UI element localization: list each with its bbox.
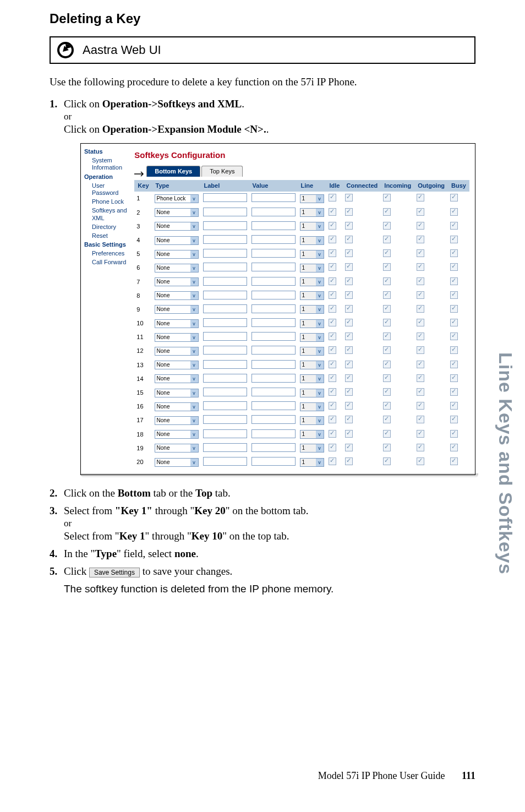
value-input[interactable]	[251, 277, 296, 286]
incoming-checkbox[interactable]	[383, 388, 391, 396]
busy-checkbox[interactable]	[450, 402, 458, 410]
label-input[interactable]	[203, 429, 247, 438]
line-select[interactable]: 1v	[300, 389, 324, 397]
busy-checkbox[interactable]	[450, 374, 458, 382]
busy-checkbox[interactable]	[450, 305, 458, 313]
line-select[interactable]: 1v	[300, 194, 324, 203]
type-select[interactable]: Nonev	[155, 264, 199, 273]
connected-checkbox[interactable]	[345, 402, 353, 410]
connected-checkbox[interactable]	[345, 346, 353, 354]
incoming-checkbox[interactable]	[383, 374, 391, 382]
connected-checkbox[interactable]	[345, 208, 353, 216]
outgoing-checkbox[interactable]	[417, 277, 424, 285]
idle-checkbox[interactable]	[329, 430, 336, 438]
label-input[interactable]	[203, 388, 247, 396]
outgoing-checkbox[interactable]	[417, 402, 424, 410]
idle-checkbox[interactable]	[329, 361, 336, 368]
value-input[interactable]	[251, 318, 296, 327]
label-input[interactable]	[203, 443, 247, 452]
label-input[interactable]	[203, 304, 247, 313]
busy-checkbox[interactable]	[450, 319, 458, 326]
incoming-checkbox[interactable]	[383, 430, 391, 438]
incoming-checkbox[interactable]	[383, 361, 391, 368]
type-select[interactable]: Nonev	[155, 361, 199, 369]
value-input[interactable]	[251, 443, 296, 452]
line-select[interactable]: 1v	[300, 291, 324, 300]
incoming-checkbox[interactable]	[383, 457, 391, 465]
idle-checkbox[interactable]	[329, 333, 336, 340]
busy-checkbox[interactable]	[450, 333, 458, 340]
incoming-checkbox[interactable]	[383, 249, 391, 257]
nav-phone-lock[interactable]: Phone Lock	[84, 198, 129, 205]
label-input[interactable]	[203, 318, 247, 327]
label-input[interactable]	[203, 346, 247, 355]
label-input[interactable]	[203, 193, 247, 202]
connected-checkbox[interactable]	[345, 249, 353, 257]
tab-bottom-keys[interactable]: Bottom Keys	[146, 166, 200, 177]
outgoing-checkbox[interactable]	[417, 194, 424, 201]
connected-checkbox[interactable]	[345, 319, 353, 326]
value-input[interactable]	[251, 249, 296, 258]
outgoing-checkbox[interactable]	[417, 361, 424, 368]
label-input[interactable]	[203, 415, 247, 424]
type-select[interactable]: Nonev	[155, 319, 199, 328]
incoming-checkbox[interactable]	[383, 194, 391, 201]
outgoing-checkbox[interactable]	[417, 291, 424, 299]
idle-checkbox[interactable]	[329, 249, 336, 257]
type-select[interactable]: Nonev	[155, 305, 199, 314]
idle-checkbox[interactable]	[329, 277, 336, 285]
outgoing-checkbox[interactable]	[417, 236, 424, 243]
outgoing-checkbox[interactable]	[417, 444, 424, 451]
value-input[interactable]	[251, 208, 296, 216]
connected-checkbox[interactable]	[345, 291, 353, 299]
incoming-checkbox[interactable]	[383, 305, 391, 313]
value-input[interactable]	[251, 457, 296, 466]
nav-call-forward[interactable]: Call Forward	[84, 259, 129, 266]
busy-checkbox[interactable]	[450, 361, 458, 368]
idle-checkbox[interactable]	[329, 444, 336, 451]
connected-checkbox[interactable]	[345, 457, 353, 465]
outgoing-checkbox[interactable]	[417, 249, 424, 257]
value-input[interactable]	[251, 388, 296, 396]
idle-checkbox[interactable]	[329, 374, 336, 382]
line-select[interactable]: 1v	[300, 402, 324, 411]
connected-checkbox[interactable]	[345, 416, 353, 423]
value-input[interactable]	[251, 360, 296, 369]
busy-checkbox[interactable]	[450, 277, 458, 285]
label-input[interactable]	[203, 374, 247, 383]
line-select[interactable]: 1v	[300, 374, 324, 383]
incoming-checkbox[interactable]	[383, 444, 391, 451]
type-select[interactable]: Nonev	[155, 291, 199, 300]
type-select[interactable]: Nonev	[155, 277, 199, 286]
line-select[interactable]: 1v	[300, 277, 324, 286]
outgoing-checkbox[interactable]	[417, 457, 424, 465]
label-input[interactable]	[203, 332, 247, 341]
label-input[interactable]	[203, 263, 247, 271]
line-select[interactable]: 1v	[300, 250, 324, 259]
value-input[interactable]	[251, 346, 296, 355]
outgoing-checkbox[interactable]	[417, 305, 424, 313]
incoming-checkbox[interactable]	[383, 236, 391, 243]
busy-checkbox[interactable]	[450, 236, 458, 243]
outgoing-checkbox[interactable]	[417, 416, 424, 423]
connected-checkbox[interactable]	[345, 263, 353, 271]
connected-checkbox[interactable]	[345, 388, 353, 396]
label-input[interactable]	[203, 360, 247, 369]
label-input[interactable]	[203, 291, 247, 299]
value-input[interactable]	[251, 235, 296, 244]
save-settings-button[interactable]: Save Settings	[89, 568, 140, 577]
idle-checkbox[interactable]	[329, 305, 336, 313]
incoming-checkbox[interactable]	[383, 277, 391, 285]
type-select[interactable]: Nonev	[155, 250, 199, 259]
incoming-checkbox[interactable]	[383, 263, 391, 271]
idle-checkbox[interactable]	[329, 236, 336, 243]
label-input[interactable]	[203, 277, 247, 286]
line-select[interactable]: 1v	[300, 458, 324, 467]
busy-checkbox[interactable]	[450, 208, 458, 216]
connected-checkbox[interactable]	[345, 277, 353, 285]
nav-preferences[interactable]: Preferences	[84, 250, 129, 257]
outgoing-checkbox[interactable]	[417, 319, 424, 326]
incoming-checkbox[interactable]	[383, 208, 391, 216]
label-input[interactable]	[203, 457, 247, 466]
idle-checkbox[interactable]	[329, 222, 336, 230]
